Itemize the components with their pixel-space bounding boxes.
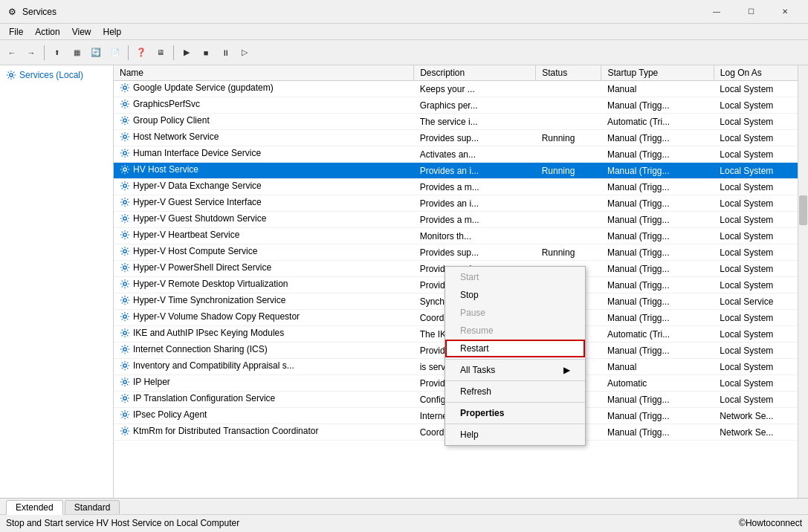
table-row[interactable]: Hyper-V Guest Service InterfaceProvides … xyxy=(114,195,808,212)
title-bar: ⚙ Services — ☐ ✕ xyxy=(0,0,808,24)
toolbar-play[interactable]: ▶ xyxy=(178,44,195,62)
cell-logon: Local System xyxy=(714,163,807,179)
table-row[interactable]: Human Interface Device ServiceActivates … xyxy=(114,146,808,163)
toolbar-computer[interactable]: 🖥 xyxy=(152,44,169,62)
cell-logon: Local System xyxy=(714,195,807,212)
cell-logon: Local System xyxy=(714,130,807,146)
col-name[interactable]: Name xyxy=(114,65,414,81)
cell-status xyxy=(536,179,601,195)
ctx-refresh[interactable]: Refresh xyxy=(445,383,585,400)
cell-status xyxy=(536,97,601,114)
cell-name: HV Host Service xyxy=(114,163,414,179)
col-desc[interactable]: Description xyxy=(414,65,536,81)
svg-point-11 xyxy=(123,250,126,253)
table-row[interactable]: Hyper-V Heartbeat ServiceMonitors th...M… xyxy=(114,228,808,244)
col-logon[interactable]: Log On As xyxy=(714,65,807,81)
cell-startup: Manual (Trigg... xyxy=(601,228,714,244)
cell-name: Hyper-V Host Compute Service xyxy=(114,244,414,261)
cell-name: Hyper-V Guest Service Interface xyxy=(114,195,414,212)
toolbar-forward[interactable]: → xyxy=(22,44,40,62)
cell-logon: Network Se... xyxy=(714,424,807,441)
cell-logon: Network Se... xyxy=(714,408,807,424)
vertical-scrollbar[interactable] xyxy=(798,65,808,498)
ctx-start-label: Start xyxy=(460,272,479,282)
minimize-button[interactable]: — xyxy=(699,0,734,24)
table-header-row: Name Description Status Startup Type Log… xyxy=(114,65,808,81)
cell-name: IKE and AuthIP IPsec Keying Modules xyxy=(114,326,414,343)
menu-file[interactable]: File xyxy=(3,25,29,39)
toolbar-up[interactable]: ⬆ xyxy=(48,44,66,62)
toolbar-restart[interactable]: ▷ xyxy=(236,44,253,62)
cell-name: Google Update Service (gupdatem) xyxy=(114,81,414,97)
table-row[interactable]: Hyper-V Guest Shutdown ServiceProvides a… xyxy=(114,212,808,228)
ctx-resume[interactable]: Resume xyxy=(445,322,585,340)
toolbar-sep2 xyxy=(128,45,129,60)
ctx-properties[interactable]: Properties xyxy=(445,404,585,422)
col-status[interactable]: Status xyxy=(536,65,601,81)
main-layout: Services (Local) Name Description Status… xyxy=(0,65,808,498)
toolbar-export[interactable]: 📄 xyxy=(106,44,124,62)
toolbar-stop[interactable]: ■ xyxy=(197,44,215,62)
bottom-tabs: Extended Standard xyxy=(0,498,808,514)
ctx-alltasks[interactable]: All Tasks ▶ xyxy=(445,361,585,379)
window-title: Services xyxy=(22,7,699,17)
ctx-restart[interactable]: Restart xyxy=(445,340,585,357)
table-row[interactable]: HV Host ServiceProvides an i...RunningMa… xyxy=(114,163,808,179)
table-row[interactable]: Hyper-V Host Compute ServiceProvides sup… xyxy=(114,244,808,261)
menu-action[interactable]: Action xyxy=(29,25,65,39)
svg-point-1 xyxy=(123,86,126,89)
cell-startup: Manual (Trigg... xyxy=(601,97,714,114)
table-row[interactable]: GraphicsPerfSvcGraphics per...Manual (Tr… xyxy=(114,97,808,114)
table-row[interactable]: Google Update Service (gupdatem)Keeps yo… xyxy=(114,81,808,97)
toolbar-back[interactable]: ← xyxy=(3,44,21,62)
tab-standard[interactable]: Standard xyxy=(65,500,120,514)
cell-logon: Local Service xyxy=(714,293,807,310)
cell-name: Inventory and Compatibility Appraisal s.… xyxy=(114,359,414,375)
cell-logon: Local System xyxy=(714,343,807,359)
close-button[interactable]: ✕ xyxy=(768,0,802,24)
cell-status xyxy=(536,228,601,244)
cell-startup: Manual (Trigg... xyxy=(601,261,714,277)
app-icon: ⚙ xyxy=(6,6,18,18)
menu-view[interactable]: View xyxy=(66,25,97,39)
cell-startup: Manual (Trigg... xyxy=(601,130,714,146)
cell-desc: Keeps your ... xyxy=(414,81,536,97)
scrollbar-thumb xyxy=(799,195,807,225)
cell-startup: Automatic xyxy=(601,375,714,392)
svg-point-8 xyxy=(123,201,126,204)
table-row[interactable]: Group Policy ClientThe service i...Autom… xyxy=(114,114,808,130)
toolbar-refresh[interactable]: 🔄 xyxy=(87,44,105,62)
cell-startup: Manual xyxy=(601,359,714,375)
cell-logon: Local System xyxy=(714,375,807,392)
toolbar-show[interactable]: ▦ xyxy=(68,44,85,62)
cell-startup: Manual xyxy=(601,81,714,97)
menu-help[interactable]: Help xyxy=(97,25,128,39)
toolbar-pause[interactable]: ⏸ xyxy=(216,44,234,62)
col-startup[interactable]: Startup Type xyxy=(601,65,714,81)
cell-status xyxy=(536,114,601,130)
toolbar: ← → ⬆ ▦ 🔄 📄 ❓ 🖥 ▶ ■ ⏸ ▷ xyxy=(0,40,808,65)
table-row[interactable]: Host Network ServiceProvides sup...Runni… xyxy=(114,130,808,146)
content-area: Name Description Status Startup Type Log… xyxy=(114,65,808,498)
cell-desc: Provides a m... xyxy=(414,179,536,195)
cell-startup: Manual (Trigg... xyxy=(601,392,714,408)
services-icon xyxy=(6,70,16,80)
table-row[interactable]: Hyper-V Data Exchange ServiceProvides a … xyxy=(114,179,808,195)
tab-extended[interactable]: Extended xyxy=(6,500,63,515)
toolbar-help[interactable]: ❓ xyxy=(132,44,150,62)
sidebar-item-services-local[interactable]: Services (Local) xyxy=(3,68,110,82)
ctx-start[interactable]: Start xyxy=(445,268,585,286)
ctx-alltasks-arrow: ▶ xyxy=(563,365,570,375)
ctx-stop[interactable]: Stop xyxy=(445,286,585,304)
status-bar: Stop and Start service HV Host Service o… xyxy=(0,514,808,531)
ctx-sep2 xyxy=(445,380,585,381)
ctx-sep1 xyxy=(445,359,585,360)
ctx-help[interactable]: Help xyxy=(445,426,585,444)
toolbar-sep1 xyxy=(44,45,45,60)
cell-startup: Manual (Trigg... xyxy=(601,293,714,310)
cell-status: Running xyxy=(536,130,601,146)
ctx-pause[interactable]: Pause xyxy=(445,304,585,322)
cell-desc: Provides sup... xyxy=(414,244,536,261)
svg-point-18 xyxy=(123,364,126,367)
maximize-button[interactable]: ☐ xyxy=(734,0,768,24)
